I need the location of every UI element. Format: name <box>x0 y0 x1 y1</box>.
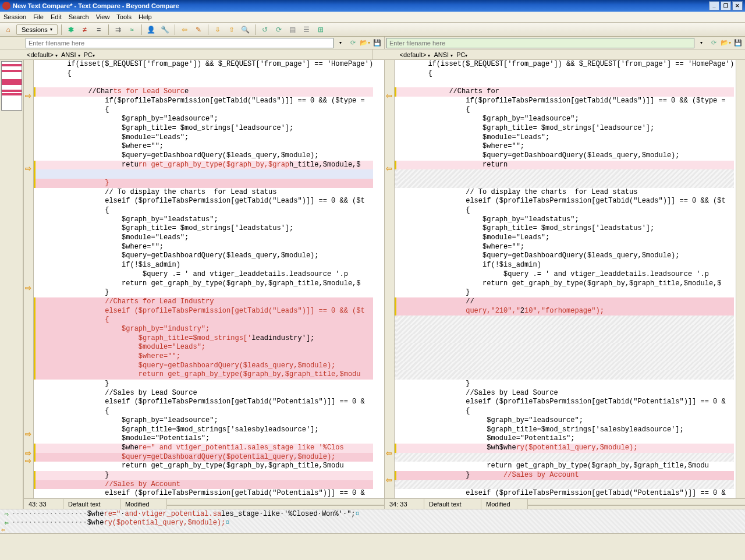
sessions-button[interactable]: Sessions <box>16 24 58 35</box>
diff-arrow-icon[interactable]: ⇨ <box>25 283 31 292</box>
code-line[interactable]: { <box>395 407 734 416</box>
code-line[interactable]: $graph_title=$mod_strings['salesbyleadso… <box>395 426 734 435</box>
code-line[interactable]: elseif ($profileTabsPermission[getTabid(… <box>395 398 734 407</box>
minor-icon[interactable]: ≈ <box>126 24 138 36</box>
close-button[interactable]: ✕ <box>732 1 743 10</box>
code-line[interactable]: } <box>395 288 734 297</box>
edit-icon[interactable]: ✎ <box>193 24 204 36</box>
right-syntax-dropdown[interactable]: <default> <box>400 51 431 58</box>
code-line[interactable]: return get_graph_by_type($graph_by,$grap… <box>34 279 373 289</box>
code-line[interactable] <box>395 179 734 188</box>
menu-file[interactable]: File <box>33 13 44 20</box>
diff-arrow-icon[interactable]: ⇨ <box>25 91 31 100</box>
code-line[interactable] <box>395 325 734 334</box>
code-line[interactable]: return <box>395 161 734 170</box>
code-line[interactable]: { <box>34 206 373 215</box>
code-line[interactable]: { <box>34 407 373 416</box>
code-line[interactable]: $where=""; <box>395 243 734 252</box>
left-encoding-dropdown[interactable]: ANSI <box>61 51 80 58</box>
up-section-icon[interactable]: ⇧ <box>226 24 237 36</box>
code-line[interactable]: { <box>395 206 734 215</box>
code-line[interactable]: $where=""; <box>34 352 373 361</box>
menu-view[interactable]: View <box>96 13 110 20</box>
diff-arrow-icon[interactable]: ⇨ <box>25 430 31 438</box>
right-save-icon[interactable]: 💾 <box>733 38 743 48</box>
format-icon[interactable]: 👤 <box>146 24 157 36</box>
prev-diff-icon[interactable]: ⇦ <box>179 24 190 36</box>
code-line[interactable]: $module="Leads"; <box>395 133 734 143</box>
menu-search[interactable]: Search <box>69 13 89 20</box>
code-line[interactable]: if(isset($_REQUEST['from_page']) && $_RE… <box>34 60 373 69</box>
code-line[interactable]: //Charts for Lead Industry <box>34 297 373 307</box>
menu-edit[interactable]: Edit <box>51 13 62 20</box>
code-line[interactable]: if(isset($_REQUEST['from_page']) && $_RE… <box>395 60 734 69</box>
code-line[interactable]: //Charts for <box>395 87 734 97</box>
diff-arrow-icon[interactable]: ⇦ <box>386 164 392 173</box>
code-line[interactable]: elseif ($profileTabsPermission[getTabid(… <box>395 197 734 206</box>
code-line[interactable]: $where=""; <box>395 142 734 151</box>
right-encoding-dropdown[interactable]: ANSI <box>434 51 453 58</box>
code-line[interactable]: elseif ($profileTabsPermission[getTabid(… <box>395 489 734 498</box>
thumbnail-panel[interactable] <box>0 60 23 509</box>
vertical-scrollbar[interactable] <box>736 60 745 498</box>
code-line[interactable]: { <box>395 69 734 79</box>
code-line[interactable] <box>395 480 734 490</box>
right-open-icon[interactable]: 📂 <box>721 38 731 48</box>
code-line[interactable]: $where=""; <box>34 142 373 151</box>
diff-arrow-icon[interactable]: ⇨ <box>25 164 31 173</box>
copy-right-icon[interactable]: ▤ <box>287 24 299 36</box>
code-line[interactable]: $graph_title= $mod_strings['leadsource']… <box>395 124 734 133</box>
code-line[interactable] <box>395 334 734 343</box>
code-line[interactable] <box>395 361 734 371</box>
code-line[interactable]: $graph_by="leadsource"; <box>34 416 373 426</box>
right-lineend-dropdown[interactable]: PC <box>456 51 467 58</box>
code-line[interactable] <box>395 352 734 361</box>
same-icon[interactable]: = <box>93 24 105 36</box>
left-syntax-dropdown[interactable]: <default> <box>27 51 58 58</box>
code-line[interactable]: $where=" and vtiger_potential.sales_stag… <box>34 444 373 453</box>
code-line[interactable]: $graph_by="industry"; <box>34 325 373 334</box>
left-file-history-icon[interactable] <box>335 38 346 48</box>
code-line[interactable]: if(!$is_admin) <box>34 261 373 270</box>
code-line[interactable]: } <box>34 179 373 188</box>
left-open-icon[interactable]: 📂 <box>360 38 370 48</box>
code-line[interactable]: // <box>395 297 734 307</box>
diff-arrow-icon[interactable]: ⇨ <box>25 456 31 465</box>
code-line[interactable]: return get_graph_by_type($graph_by,$grap… <box>395 279 734 289</box>
left-refresh-icon[interactable]: ⟳ <box>347 38 358 48</box>
copy-left-icon[interactable]: ☰ <box>301 24 313 36</box>
code-line[interactable]: return get_graph_by_type($graph_by,$grap… <box>34 462 373 471</box>
code-line[interactable]: } <box>34 380 373 389</box>
code-line[interactable] <box>395 169 734 179</box>
code-line[interactable]: } <box>395 380 734 389</box>
diff-arrow-icon[interactable]: ⇦ <box>386 476 392 484</box>
code-line[interactable]: $query=getDashboardQuery($leads_query,$m… <box>395 251 734 261</box>
code-line[interactable]: $graph_title= $mod_strings['leadstatus']… <box>395 224 734 233</box>
find-icon[interactable]: 🔍 <box>240 24 251 36</box>
code-line[interactable]: // To display the charts for Lead status <box>34 188 373 197</box>
diff-arrow-icon[interactable]: ⇦ <box>386 449 392 458</box>
code-line[interactable]: $query=getDashboardQuery($potential_quer… <box>34 453 373 462</box>
code-line[interactable]: // To display the charts for Lead status <box>395 188 734 197</box>
code-line[interactable]: //Sales by Lead Source <box>395 389 734 398</box>
font-icon[interactable]: 🔧 <box>159 24 171 36</box>
code-line[interactable]: //Charts for Lead Source <box>34 87 373 97</box>
code-line[interactable]: $graph_title=$mod_strings['leadindustry'… <box>34 334 373 343</box>
code-line[interactable]: $query .= ' and vtiger_leaddetails.leads… <box>34 270 373 279</box>
minimize-button[interactable]: _ <box>709 1 719 10</box>
rules-icon[interactable]: ⇉ <box>112 24 124 36</box>
left-lineend-dropdown[interactable]: PC <box>84 51 95 58</box>
menu-session[interactable]: Session <box>3 13 26 20</box>
right-refresh-icon[interactable]: ⟳ <box>708 38 719 48</box>
code-line[interactable]: return get_graph_by_type($graph_by,$grap… <box>395 462 734 471</box>
diff-icon[interactable]: ≠ <box>79 24 91 36</box>
code-line[interactable]: $module="Potentials"; <box>34 434 373 444</box>
code-line[interactable]: { <box>395 105 734 115</box>
code-line[interactable]: if(!$is_admin) <box>395 261 734 270</box>
down-section-icon[interactable]: ⇩ <box>212 24 224 36</box>
menu-tools[interactable]: Tools <box>116 13 132 20</box>
left-file-input[interactable] <box>26 38 334 48</box>
code-line[interactable]: $module="Potentials"; <box>395 434 734 444</box>
code-line[interactable]: $graph_by="leadstatus"; <box>34 215 373 225</box>
code-line[interactable]: $graph_title= $mod_strings['leadstatus']… <box>34 224 373 233</box>
